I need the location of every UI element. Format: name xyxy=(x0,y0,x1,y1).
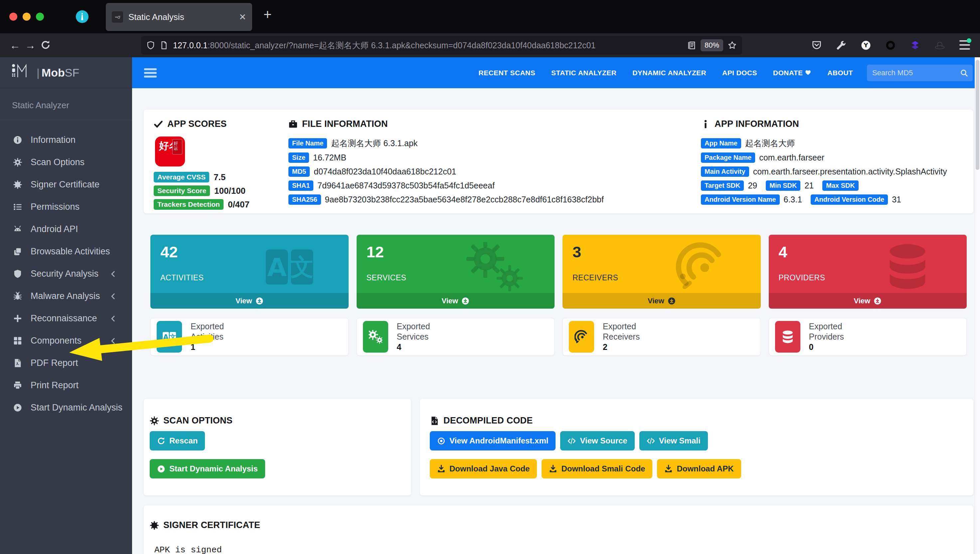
scrollbar-thumb[interactable] xyxy=(976,60,979,170)
download-smali-code-button[interactable]: Download Smali Code xyxy=(542,459,652,479)
tracking-protection-shield-icon[interactable] xyxy=(146,41,155,49)
view-services-link[interactable]: View xyxy=(356,293,555,309)
exported-providers-count: 0 xyxy=(809,342,844,352)
purple-layers-extension-icon[interactable] xyxy=(910,40,920,50)
reload-button[interactable] xyxy=(38,39,53,52)
url-bar[interactable]: 127.0.0.1:8000/static_analyzer/?name=起名测… xyxy=(141,36,742,54)
search-icon[interactable] xyxy=(960,69,968,77)
view-smali-button[interactable]: View Smali xyxy=(640,431,708,450)
nav-api-docs[interactable]: API DOCS xyxy=(722,69,757,77)
heart-icon xyxy=(805,69,811,76)
page-scrollbar[interactable] xyxy=(975,57,980,554)
signer-certificate-panel: SIGNER CERTIFICATE APK is signed xyxy=(144,505,974,554)
sidebar-item-browsable-activities[interactable]: Browsable Activities xyxy=(0,240,132,263)
mobsf-logo[interactable]: | MobSF xyxy=(0,57,132,88)
ear-listen-icon xyxy=(574,330,589,344)
view-receivers-link[interactable]: View xyxy=(563,293,761,309)
tab-close-icon[interactable]: ✕ xyxy=(239,12,246,22)
nav-recent-scans[interactable]: RECENT SCANS xyxy=(479,69,535,77)
sidebar-item-signer-certificate[interactable]: Signer Certificate xyxy=(0,174,132,196)
view-source-button[interactable]: View Source xyxy=(560,431,634,450)
pocket-icon[interactable] xyxy=(812,40,822,50)
new-tab-button[interactable]: + xyxy=(264,6,272,22)
ring-extension-icon[interactable] xyxy=(886,40,896,50)
check-icon xyxy=(154,120,163,129)
sidebar-item-label: Signer Certificate xyxy=(30,179,132,190)
hat-extension-icon[interactable] xyxy=(935,40,945,50)
sidebar-item-permissions[interactable]: Permissions xyxy=(0,196,132,218)
exported-activities-count: 1 xyxy=(191,342,224,352)
sidebar-toggle-hamburger-icon[interactable] xyxy=(144,68,157,78)
md5-search xyxy=(867,65,973,81)
bookmark-star-icon[interactable] xyxy=(728,41,737,49)
gear-icon xyxy=(150,416,159,425)
translate-icon xyxy=(240,242,339,292)
download-icon xyxy=(549,465,557,473)
sidebar-item-label: Browsable Activities xyxy=(30,246,132,257)
sidebar-item-print-report[interactable]: Print Report xyxy=(0,374,132,396)
view-androidmanifest-button[interactable]: View AndroidManifest.xml xyxy=(430,431,555,450)
nav-dynamic-analyzer[interactable]: DYNAMIC ANALYZER xyxy=(632,69,706,77)
lighthouse-extension-icon[interactable] xyxy=(76,10,89,23)
sidebar-divider xyxy=(0,120,132,120)
play-circle-icon xyxy=(12,403,23,412)
navbar-links: RECENT SCANS STATIC ANALYZER DYNAMIC ANA… xyxy=(479,69,853,77)
sidebar-item-information[interactable]: Information xyxy=(0,129,132,151)
sidebar-item-label: Malware Analysis xyxy=(30,291,107,301)
browser-tab-bar: ⌁σ Static Analysis ✕ + xyxy=(0,0,980,33)
card-label: PROVIDERS xyxy=(779,273,825,282)
download-circle-icon xyxy=(461,297,469,305)
sidebar-item-label: Security Analysis xyxy=(30,269,107,279)
menu-hamburger-icon[interactable] xyxy=(959,40,970,50)
close-window-button[interactable] xyxy=(9,13,17,21)
sidebar-item-start-dynamic-analysis[interactable]: Start Dynamic Analysis xyxy=(0,396,132,419)
y-extension-icon[interactable] xyxy=(861,40,871,50)
browser-tab[interactable]: ⌁σ Static Analysis ✕ xyxy=(106,3,252,31)
forward-button[interactable]: → xyxy=(22,39,38,52)
sidebar-item-label: Information xyxy=(30,135,132,145)
sidebar-item-malware-analysis[interactable]: Malware Analysis xyxy=(0,285,132,307)
browser-window: ⌁σ Static Analysis ✕ + ← → 127.0.0.1:800… xyxy=(0,0,980,554)
page-info-icon[interactable] xyxy=(160,41,168,49)
page-zoom-badge[interactable]: 80% xyxy=(700,39,723,51)
maximize-window-button[interactable] xyxy=(36,13,44,21)
url-text[interactable]: 127.0.0.1:8000/static_analyzer/?name=起名测… xyxy=(173,40,682,51)
providers-card: 4 PROVIDERS View xyxy=(769,235,967,309)
nav-static-analyzer[interactable]: STATIC ANALYZER xyxy=(551,69,616,77)
app-information-section: APP INFORMATION App Name起名测名大师 Package N… xyxy=(701,119,963,204)
reader-mode-icon[interactable] xyxy=(687,41,696,49)
minimize-window-button[interactable] xyxy=(22,13,30,21)
macos-window-controls[interactable] xyxy=(9,13,44,21)
sidebar-item-scan-options[interactable]: Scan Options xyxy=(0,151,132,174)
exported-providers-card: ExportedProviders0 xyxy=(769,318,967,356)
code-icon xyxy=(647,437,655,445)
sidebar-item-reconnaissance[interactable]: Reconnaissance xyxy=(0,307,132,330)
section-title: SIGNER CERTIFICATE xyxy=(163,520,260,530)
back-button[interactable]: ← xyxy=(7,39,22,52)
browser-toolbar: ← → 127.0.0.1:8000/static_analyzer/?name… xyxy=(0,33,980,57)
download-apk-button[interactable]: Download APK xyxy=(657,459,741,479)
rescan-button[interactable]: Rescan xyxy=(150,431,205,450)
sha256-row: SHA2569ae8b73203b238fcc223a5bae5634e8f27… xyxy=(288,195,701,205)
sidebar-menu: Information Scan Options Signer Certific… xyxy=(0,123,132,419)
download-java-code-button[interactable]: Download Java Code xyxy=(430,459,537,479)
view-providers-link[interactable]: View xyxy=(769,293,967,309)
sidebar-item-pdf-report[interactable]: PDF Report xyxy=(0,352,132,374)
wrench-extension-icon[interactable] xyxy=(836,40,846,50)
top-navbar: RECENT SCANS STATIC ANALYZER DYNAMIC ANA… xyxy=(132,57,980,88)
sidebar-item-security-analysis[interactable]: Security Analysis xyxy=(0,263,132,285)
bug-icon xyxy=(12,292,23,301)
nav-donate[interactable]: DONATE xyxy=(773,69,812,77)
sidebar-item-components[interactable]: Components xyxy=(0,330,132,352)
app-icon: 好名好运 xyxy=(155,137,185,166)
nav-about[interactable]: ABOUT xyxy=(827,69,853,77)
url-host: 127.0.0.1 xyxy=(173,41,208,50)
sidebar-item-android-api[interactable]: Android API xyxy=(0,218,132,240)
view-activities-link[interactable]: View xyxy=(150,293,348,309)
start-dynamic-analysis-button[interactable]: Start Dynamic Analysis xyxy=(150,459,265,479)
extension-icons xyxy=(812,36,970,54)
translate-icon xyxy=(162,330,176,344)
file-information-section: FILE INFORMATION File Name起名测名大师 6.3.1.a… xyxy=(288,119,701,204)
md5-row: MD5d074da8f023da10f40daa618bc212c01 xyxy=(288,166,701,177)
search-input[interactable] xyxy=(867,65,973,81)
